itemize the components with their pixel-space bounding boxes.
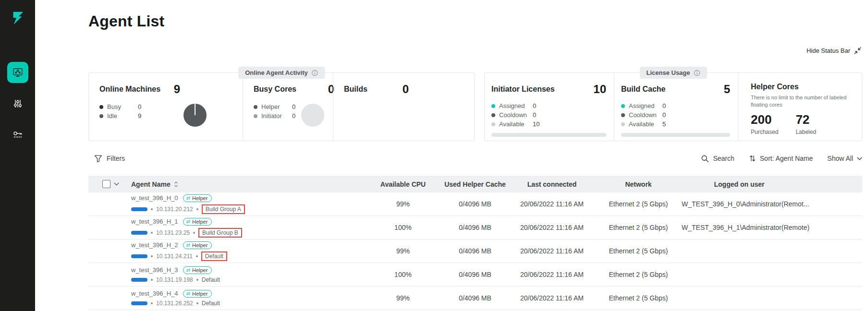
incredibuild-logo-icon — [10, 10, 26, 26]
build-cache-label: Build Cache — [621, 85, 665, 94]
panel-tab-license-usage: License Usage — [639, 67, 707, 79]
cpu-usage-bar — [131, 254, 147, 258]
legend-item-idle: Idle 9 — [99, 113, 141, 119]
available-dot-icon — [491, 122, 495, 126]
last-connected-cell: 20/06/2022 11:16 AM — [509, 271, 595, 278]
online-agent-activity-panel: Online Agent Activity Online Machines 9 — [88, 72, 475, 141]
agent-group: Build Group A — [202, 204, 245, 214]
helper-badge: ⇄Helper — [183, 218, 212, 226]
column-header-network[interactable]: Network — [595, 180, 682, 188]
column-header-last-connected[interactable]: Last connected — [509, 180, 595, 188]
initiator-dot-icon — [254, 114, 257, 118]
status-bar: Online Agent Activity Online Machines 9 — [88, 72, 862, 141]
column-header-agent-name[interactable]: Agent Name — [127, 180, 365, 188]
last-connected-cell: 20/06/2022 11:16 AM — [509, 247, 595, 255]
select-all-checkbox[interactable] — [102, 180, 110, 188]
helper-badge-icon: ⇄ — [186, 291, 190, 296]
agent-name[interactable]: w_test_396_H_2 — [131, 241, 178, 249]
sidebar-item-agents[interactable] — [7, 62, 28, 83]
labeled-stat: 72 Labeled — [795, 112, 816, 135]
helper-badge-icon: ⇄ — [186, 219, 190, 224]
collapse-icon — [854, 47, 861, 54]
separator-dot-icon — [151, 302, 153, 304]
table-toolbar: Filters Search Sort: Agent Name Show All — [88, 149, 862, 168]
sort-carets-icon — [174, 181, 178, 188]
initiator-licenses-progress-bar — [491, 133, 606, 137]
agent-name[interactable]: w_test_396_H_0 — [131, 194, 178, 202]
show-all-dropdown[interactable]: Show All — [827, 155, 862, 162]
cpu-usage-bar — [131, 231, 147, 235]
column-header-used-helper-cache[interactable]: Used Helper Cache — [441, 180, 509, 188]
legend-item-cooldown: Cooldown 0 — [491, 112, 606, 118]
agent-name[interactable]: w_test_396_H_1 — [131, 218, 178, 225]
busy-cores-label: Busy Cores — [254, 85, 296, 94]
page-title: Agent List — [88, 0, 862, 30]
legend-item-assigned: Assigned 0 — [491, 103, 606, 109]
agent-name[interactable]: w_test_396_H_4 — [131, 290, 178, 297]
table-header-row: Agent Name Available CPU Used Helper Cac… — [88, 176, 862, 192]
legend-item-cooldown: Cooldown 0 — [621, 112, 730, 118]
available-cpu-cell: 99% — [365, 200, 441, 208]
cpu-usage-bar — [131, 278, 147, 282]
helper-badge: ⇄Helper — [183, 266, 212, 274]
column-header-available-cpu[interactable]: Available CPU — [365, 180, 441, 188]
sidebar-item-settings[interactable] — [7, 93, 28, 114]
available-dot-icon — [621, 122, 625, 126]
info-icon[interactable] — [694, 70, 700, 76]
network-cell: Ethernet 2 (5 Gbps) — [595, 224, 682, 231]
legend-item-available: Available 10 — [491, 121, 606, 127]
sliders-icon — [12, 98, 23, 109]
last-connected-cell: 20/06/2022 11:16 AM — [509, 200, 595, 208]
search-icon — [701, 155, 709, 163]
legend-item-assigned: Assigned 0 — [621, 103, 730, 109]
logged-on-user-cell: W_TEST_396_H_0\Administrator(Remot... — [682, 200, 797, 208]
available-cpu-cell: 99% — [365, 247, 441, 255]
sidebar — [0, 0, 35, 311]
used-helper-cache-cell: 0/4096 MB — [441, 224, 509, 231]
build-cache-progress-bar — [621, 133, 730, 137]
used-helper-cache-cell: 0/4096 MB — [441, 271, 509, 278]
legend-item-available: Available 5 — [621, 121, 730, 127]
used-helper-cache-cell: 0/4096 MB — [441, 294, 509, 302]
column-header-logged-on-user[interactable]: Logged on user — [682, 180, 797, 188]
table-row[interactable]: w_test_396_H_0 ⇄Helper 10.131.20.212 Bui… — [88, 192, 862, 216]
separator-dot-icon — [151, 208, 153, 210]
table-row[interactable]: w_test_396_H_4 ⇄Helper 10.131.26.252 Def… — [88, 287, 862, 310]
sidebar-item-licenses[interactable] — [7, 124, 28, 145]
helper-badge-icon: ⇄ — [186, 268, 190, 273]
build-cache-value: 5 — [724, 83, 730, 96]
legend-item-busy: Busy 0 — [99, 104, 141, 110]
helper-cores-note: There is no limit to the number of label… — [751, 94, 856, 108]
license-usage-panel: License Usage Initiator Licenses 10 — [484, 72, 862, 141]
table-row[interactable]: w_test_396_H_1 ⇄Helper 10.131.23.25 Buil… — [88, 216, 862, 239]
helper-badge-icon: ⇄ — [186, 243, 190, 248]
panel-title: License Usage — [646, 69, 690, 76]
agent-name[interactable]: w_test_396_H_3 — [131, 266, 178, 274]
sidebar-nav — [7, 62, 28, 145]
table-row[interactable]: w_test_396_H_2 ⇄Helper 10.131.24.211 Def… — [88, 239, 862, 263]
chevron-down-icon — [857, 157, 862, 160]
info-icon[interactable] — [311, 70, 318, 76]
hide-status-bar-button[interactable]: Hide Status Bar — [807, 47, 861, 54]
search-button[interactable]: Search — [701, 155, 734, 163]
filters-button[interactable]: Filters — [88, 155, 125, 163]
agent-ip: 10.131.20.212 — [156, 206, 193, 213]
initiator-licenses-value: 10 — [593, 83, 606, 96]
available-cpu-cell: 99% — [365, 294, 441, 302]
app-logo — [8, 9, 27, 28]
network-cell: Ethernet 2 (5 Gbps) — [595, 200, 682, 208]
select-dropdown-chevron-icon[interactable] — [114, 182, 119, 186]
last-connected-cell: 20/06/2022 11:16 AM — [509, 224, 595, 231]
agent-ip: 10.131.23.25 — [156, 229, 190, 236]
network-cell: Ethernet 2 (5 Gbps) — [595, 294, 682, 302]
legend-item-initiator: Initiator 0 — [254, 113, 295, 119]
agent-ip: 10.131.26.252 — [156, 300, 193, 307]
assigned-dot-icon — [491, 104, 495, 108]
online-machines-value: 9 — [174, 83, 180, 96]
busy-dot-icon — [99, 105, 103, 109]
table-row[interactable]: w_test_396_H_3 ⇄Helper 10.131.19.198 Def… — [88, 263, 862, 287]
agent-ip: 10.131.24.211 — [156, 253, 193, 260]
busy-cores-donut-chart — [301, 104, 324, 127]
sort-button[interactable]: Sort: Agent Name — [749, 155, 813, 162]
separator-dot-icon — [196, 302, 198, 304]
